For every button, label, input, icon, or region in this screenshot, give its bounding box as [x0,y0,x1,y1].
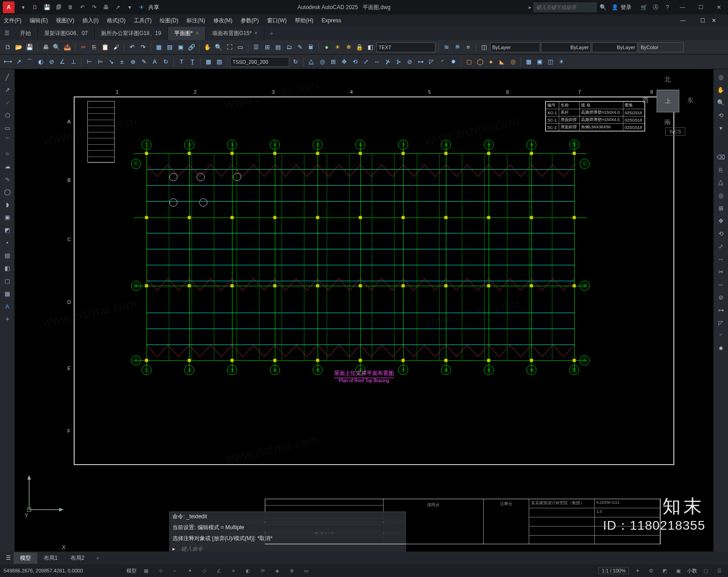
doc-max-icon[interactable]: ☐ [700,17,705,24]
dim-tol-icon[interactable]: ± [117,57,127,67]
dim-ord-icon[interactable]: ⊥ [68,57,78,67]
block-icon[interactable]: ▦ [154,42,164,52]
stretch-icon[interactable]: ↔ [372,57,382,67]
mod-copy-icon[interactable]: ⎘ [716,165,726,175]
nav-show-icon[interactable]: ▾ [716,123,726,133]
grid-toggle-icon[interactable]: ▦ [141,566,151,576]
view2-icon[interactable]: ▣ [535,57,545,67]
tab-add-icon[interactable]: ＋ [264,27,279,40]
menu-tools[interactable]: 工具(T) [134,17,152,25]
chamfer-icon[interactable]: ◸ [426,57,436,67]
dim-txt-icon[interactable]: A [150,57,160,67]
window-close-icon[interactable]: ✕ [710,0,728,15]
layer-combo[interactable] [376,42,435,52]
sphere-icon[interactable]: ● [486,57,496,67]
layer-lock-icon[interactable]: 🔒 [354,42,364,52]
dim-base-icon[interactable]: ⊢ [84,57,94,67]
mod-extend-icon[interactable]: ─ [716,279,726,289]
mod-mirror-icon[interactable]: ⧋ [716,177,726,187]
tab-2[interactable]: 厕所办公室详图G18、19 [95,27,168,40]
extend-icon[interactable]: ⊱ [394,57,404,67]
dim-linear-icon[interactable]: ⟷ [3,57,13,67]
cmd-chevron-icon[interactable]: ▸_ [172,546,178,552]
layout-1[interactable]: 布局1 [37,552,64,564]
move-icon[interactable]: ✥ [339,57,349,67]
custom-icon[interactable]: ☰ [714,566,724,576]
dim-edit-icon[interactable]: ✎ [139,57,149,67]
window-min-icon[interactable]: — [673,0,692,15]
clean-icon[interactable]: ▢ [701,566,711,576]
sheet-icon[interactable]: 🗂 [284,42,294,52]
hw-icon[interactable]: ▣ [673,566,683,576]
dim-cont-icon[interactable]: ⊨ [95,57,105,67]
xref-icon[interactable]: 🔗 [187,42,197,52]
wedge-icon[interactable]: ◣ [497,57,507,67]
iso-icon[interactable]: ◩ [660,566,670,576]
region-icon[interactable]: ▢ [2,276,12,286]
pline-icon[interactable]: ⟋ [2,97,12,107]
publish-icon[interactable]: 📤 [62,42,72,52]
arc-icon[interactable]: ⌒ [2,136,12,146]
qat-plot-icon[interactable]: 🗎 [66,2,76,12]
line-icon[interactable]: ╱ [2,72,12,82]
bycolor-swatch-icon[interactable]: ◫ [479,42,489,52]
mod-move-icon[interactable]: ✥ [716,216,726,226]
model-viewport[interactable]: www.znzmo.com www.znzmo.com www.znzmo.co… [15,69,713,552]
help-search-input[interactable] [533,2,597,12]
anno-vis-icon[interactable]: ✦ [632,566,642,576]
table-icon[interactable]: ▦ [203,57,213,67]
offset-icon[interactable]: ◎ [317,57,327,67]
mirror-icon[interactable]: ⧋ [306,57,316,67]
mtext-icon[interactable]: Ṯ [187,57,197,67]
view3-icon[interactable]: ◫ [546,57,556,67]
menu-help[interactable]: 帮助(H) [295,17,313,25]
addsel-icon[interactable]: ＋ [2,314,12,324]
layer-sun-icon[interactable]: ☀ [333,42,343,52]
ellipsearc-icon[interactable]: ◗ [2,199,12,209]
tab-menu-icon[interactable]: ☰ [0,26,14,40]
help-icon[interactable]: ? [662,2,672,12]
mtext2-icon[interactable]: A [2,301,12,311]
view1-icon[interactable]: ▦ [524,57,534,67]
nav-orbit-icon[interactable]: ⟲ [716,110,726,120]
qat-saveas-icon[interactable]: 🗐 [54,2,64,12]
layout-menu-icon[interactable]: ☰ [3,555,14,561]
app-logo[interactable]: A [3,1,15,13]
polar-toggle-icon[interactable]: ✦ [185,566,195,576]
scale-icon[interactable]: ⤢ [361,57,371,67]
plotstyle-combo[interactable] [638,42,684,52]
dimstyle-update-icon[interactable]: ↻ [290,57,300,67]
torus-icon[interactable]: ◎ [508,57,518,67]
osnap-toggle-icon[interactable]: ◇ [199,566,209,576]
zoom-in-icon[interactable]: 🔍 [213,42,223,52]
table2-icon[interactable]: ▦ [2,288,12,299]
units-label[interactable]: 小数 [687,567,697,574]
3dosnap-toggle-icon[interactable]: ◈ [272,566,282,576]
ellipse-icon[interactable]: ◯ [2,187,12,197]
tab-4-close-icon[interactable]: × [254,30,258,36]
tab-3[interactable]: 平面图*× [168,27,206,40]
menu-dim[interactable]: 标注(N) [187,17,205,25]
gear-icon[interactable]: ⚙ [646,566,656,576]
open-icon[interactable]: 📂 [14,42,24,52]
transp-toggle-icon[interactable]: ◐ [243,566,253,576]
search-icon[interactable]: 🔍 [598,2,608,12]
mod-chamfer-icon[interactable]: ◸ [716,318,726,328]
fillet-icon[interactable]: ◜ [437,57,447,67]
dim-angular-icon[interactable]: ∠ [57,57,67,67]
mod-explode-icon[interactable]: ✸ [716,343,726,353]
share-icon[interactable]: ✈ [136,2,147,12]
xline-icon[interactable]: ↗ [2,85,12,95]
mod-erase-icon[interactable]: ⌫ [716,152,726,162]
mod-break-icon[interactable]: ⊘ [716,292,726,302]
command-input[interactable] [181,546,403,552]
new-icon[interactable]: 🗋 [3,42,13,52]
snap-toggle-icon[interactable]: ⊹ [156,566,166,576]
viewcube-w[interactable]: 西 [642,96,649,105]
rect-icon[interactable]: ▭ [2,123,12,133]
break-icon[interactable]: ⊘ [404,57,415,67]
viewcube-face[interactable]: 上 [657,90,679,112]
viewcube-n[interactable]: 北 [664,76,671,84]
markup-icon[interactable]: ✎ [295,42,305,52]
zoom-ext-icon[interactable]: ⛶ [224,42,234,52]
